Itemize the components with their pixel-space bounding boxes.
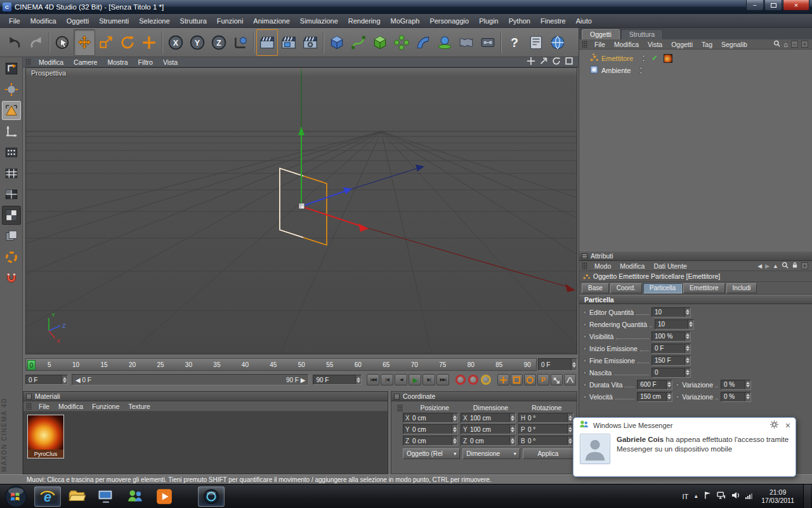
attr-value-field[interactable]: 10 [652,307,691,318]
attributes-menu-dati-utente[interactable]: Dati Utente [649,262,691,271]
lock-y-icon[interactable]: Y [187,29,208,56]
attributes-menu-modo[interactable]: Modo [590,262,615,271]
goto-start-button[interactable]: |◀◀ [367,374,379,385]
signal-bars-icon[interactable] [745,493,752,499]
objects-menu-file[interactable]: File [590,40,610,49]
anim-dot-icon[interactable] [583,347,587,351]
material-tag-icon[interactable] [664,54,672,63]
spinner[interactable] [567,436,573,445]
spinner[interactable] [688,320,693,329]
attr-value-field[interactable]: 600 F [637,380,672,390]
menu-finestre[interactable]: Finestre [535,15,571,27]
menu-simulazione[interactable]: Simulazione [295,15,343,27]
menu-rendering[interactable]: Rendering [343,15,386,27]
visibility-toggles[interactable] [639,67,643,74]
deformer-icon[interactable] [412,29,434,56]
object-manager-list[interactable]: Emettitore ✓ Ambiente [579,50,812,251]
close-button[interactable]: × [783,0,809,11]
pan-view-icon[interactable] [527,57,535,68]
attr-value-field[interactable]: 0 F [652,344,691,354]
autokeying-button[interactable] [468,375,478,385]
subdivision-surface-icon[interactable] [369,29,391,56]
anim-dot-icon[interactable] [583,371,587,375]
attr-value-field[interactable]: 0 % [721,392,751,402]
maximize-button[interactable] [764,0,782,11]
anim-dot-icon[interactable] [676,383,679,387]
objects-menu-vista[interactable]: Vista [643,40,667,49]
array-generator-icon[interactable] [391,29,412,56]
viewport-menu-mostra[interactable]: Mostra [102,58,133,67]
viewport-menu-camere[interactable]: Camere [69,58,102,67]
spinner[interactable] [509,425,515,434]
size-mode-dropdown[interactable]: Dimensione▾ [462,448,520,459]
environment-icon[interactable] [434,29,455,56]
lock-x-icon[interactable]: X [165,29,187,56]
spinner[interactable] [567,413,573,422]
menu-animazione[interactable]: Animazione [248,15,294,27]
object-mode-dropdown[interactable]: Oggetto (Rel▾ [403,448,460,459]
spinner[interactable] [745,392,750,401]
size-x-field[interactable]: X100 cm [461,413,516,423]
menu-plugin[interactable]: Plugin [474,15,504,27]
objects-menu-modifica[interactable]: Modifica [610,40,643,49]
collapse-icon[interactable]: − [791,41,798,48]
search-icon[interactable] [773,40,780,48]
help-icon[interactable]: ? [504,29,525,56]
position-y-field[interactable]: Y0 cm [403,424,458,434]
anim-dot-icon[interactable] [583,323,587,326]
taskbar-remote-button[interactable] [93,486,119,507]
size-z-field[interactable]: Z0 cm [461,436,516,446]
tab-includi[interactable]: Includi [726,283,757,293]
tab-struttura[interactable]: Struttura [621,29,663,39]
prev-frame-button[interactable]: ◀ [395,374,407,385]
object-row-emettitore[interactable]: Emettitore ✓ [579,52,812,64]
scale-icon[interactable] [95,29,117,56]
primitive-cube-icon[interactable] [326,29,348,56]
current-frame-marker[interactable]: 0 [27,360,36,370]
record-rotation-toggle[interactable] [524,374,536,385]
attr-value-field[interactable]: 100 % [652,331,691,342]
objects-menu-oggetti[interactable]: Oggetti [667,40,697,49]
clock[interactable]: 21:09 17/03/2011 [757,488,798,505]
menu-selezione[interactable]: Selezione [134,15,174,27]
spinner[interactable] [509,413,515,422]
spinner[interactable] [684,344,690,353]
maximize-view-icon[interactable] [565,57,573,68]
minimize-button[interactable]: − [746,0,764,11]
taskbar-messenger-button[interactable] [122,486,148,507]
dolly-view-icon[interactable] [539,57,548,68]
show-desktop-button[interactable] [803,485,811,508]
apply-button[interactable]: Applica [523,448,573,459]
menu-python[interactable]: Python [504,15,535,27]
redo-icon[interactable] [25,29,47,56]
points-mode-icon[interactable] [2,143,21,162]
objects-menu-tag[interactable]: Tag [697,40,717,49]
objects-menu-segnalib[interactable]: Segnalib [717,40,752,49]
menu-struttura[interactable]: Struttura [175,15,212,27]
spinner[interactable] [509,436,515,445]
attr-value-field[interactable]: 0 % [721,380,751,390]
viewport-menu-filtro[interactable]: Filtro [133,58,158,67]
visibility-toggles[interactable] [642,55,645,62]
exchange-tablet-icon[interactable] [525,29,547,56]
key-interpolation-icon[interactable] [551,374,563,385]
spinner[interactable] [666,380,672,389]
xpresso-icon[interactable] [477,29,499,56]
rotate-icon[interactable] [117,29,138,56]
model-mode-icon[interactable] [2,80,21,99]
spinner[interactable] [745,380,750,389]
snap-icon[interactable] [2,248,21,267]
menu-aiuto[interactable]: Aiuto [571,15,597,27]
materials-menu-funzione[interactable]: Funzione [88,402,124,411]
tab-emettitore[interactable]: Emettitore [683,283,725,293]
section-header[interactable]: Particella [579,295,812,304]
render-picture-viewer-icon[interactable] [278,29,299,56]
coordinates-header[interactable]: Coordinate [391,392,577,401]
viewport-3d[interactable]: Prospettiva [25,67,577,354]
spinner[interactable] [567,425,573,434]
volume-icon[interactable] [731,491,740,502]
history-back-icon[interactable]: ◀ [757,263,762,269]
editor-visibility-dot[interactable] [639,67,643,70]
render-view-icon[interactable] [256,29,278,56]
rotate-view-icon[interactable] [552,57,561,68]
